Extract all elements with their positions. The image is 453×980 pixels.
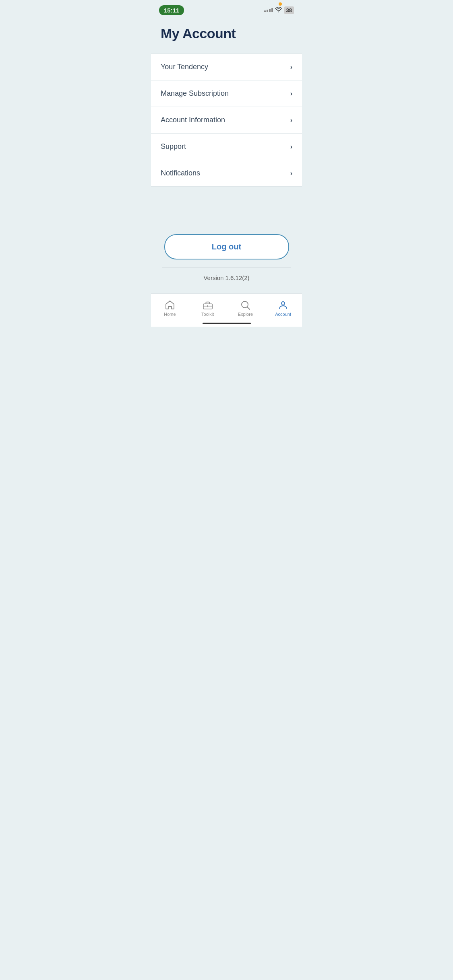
svg-point-6 [281,302,285,305]
nav-label-toolkit: Toolkit [201,312,214,317]
menu-item-label-notifications: Notifications [161,169,200,177]
chevron-right-icon-tendency: › [290,64,292,71]
nav-label-explore: Explore [238,312,253,317]
explore-icon [240,300,250,310]
svg-line-5 [247,307,250,309]
chevron-right-icon-notifications: › [290,170,292,177]
menu-item-support[interactable]: Support › [151,134,302,160]
home-icon [165,300,175,310]
menu-item-label-tendency: Your Tendency [161,63,208,71]
menu-item-tendency[interactable]: Your Tendency › [151,54,302,80]
menu-item-label-support: Support [161,142,186,151]
nav-label-home: Home [164,312,176,317]
nav-item-account[interactable]: Account [264,300,302,317]
menu-item-label-account-info: Account Information [161,116,225,124]
nav-item-toolkit[interactable]: Toolkit [189,300,227,317]
signal-icon [264,8,273,12]
wifi-icon [275,7,282,14]
header: My Account [151,18,302,54]
notification-dot [279,2,282,6]
status-icons: 38 [264,6,294,14]
battery-indicator: 38 [284,6,294,14]
version-text: Version 1.6.12(2) [203,274,249,281]
logout-button[interactable]: Log out [164,234,289,259]
divider [162,268,291,268]
bottom-nav: Home Toolkit Explore Ac [151,293,302,327]
menu-item-notifications[interactable]: Notifications › [151,160,302,187]
nav-item-home[interactable]: Home [151,300,189,317]
home-indicator [203,323,251,324]
status-time: 15:11 [159,5,184,15]
chevron-right-icon-account-info: › [290,117,292,124]
menu-list: Your Tendency › Manage Subscription › Ac… [151,54,302,187]
chevron-right-icon-subscription: › [290,90,292,97]
menu-item-label-subscription: Manage Subscription [161,89,229,98]
svg-point-0 [278,11,279,12]
account-icon [278,300,288,310]
content-spacer [151,187,302,218]
nav-item-explore[interactable]: Explore [227,300,265,317]
bottom-section: Log out Version 1.6.12(2) [151,218,302,293]
menu-item-account-info[interactable]: Account Information › [151,107,302,134]
nav-label-account: Account [275,312,291,317]
status-bar: 15:11 38 [151,0,302,18]
chevron-right-icon-support: › [290,143,292,150]
main-content: My Account Your Tendency › Manage Subscr… [151,18,302,293]
toolkit-icon [203,300,213,310]
page-title: My Account [161,26,292,41]
menu-item-subscription[interactable]: Manage Subscription › [151,80,302,107]
